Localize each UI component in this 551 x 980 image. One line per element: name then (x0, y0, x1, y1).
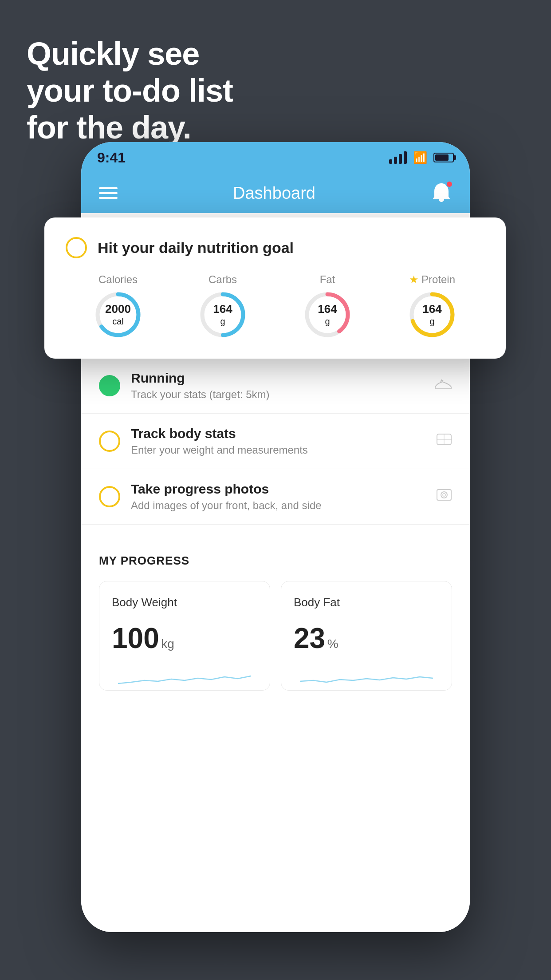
expanded-nutrition-card: Hit your daily nutrition goal Calories 2… (44, 217, 506, 359)
calories-ring: 2000 cal (94, 290, 142, 339)
body-fat-value: 23 (294, 622, 325, 654)
todo-subtitle-body-stats: Enter your weight and measurements (131, 444, 425, 456)
todo-item-body-stats[interactable]: Track body stats Enter your weight and m… (81, 414, 470, 469)
nav-title: Dashboard (233, 184, 315, 203)
fat-item: Fat 164 g (303, 273, 352, 339)
body-weight-chart (112, 664, 257, 690)
todo-subtitle-running: Track your stats (target: 5km) (131, 388, 424, 401)
fat-label: Fat (320, 273, 335, 286)
fat-value: 164 (318, 302, 337, 316)
running-shoe-icon (434, 377, 452, 394)
body-weight-unit: kg (161, 637, 174, 651)
todo-checkbox-body-stats[interactable] (99, 431, 120, 452)
carbs-value: 164 (213, 302, 232, 316)
photo-icon (436, 487, 452, 506)
card-title-row: Hit your daily nutrition goal (66, 237, 484, 258)
nutrition-checkbox[interactable] (66, 237, 87, 258)
carbs-unit: g (213, 316, 232, 327)
status-bar: 9:41 📶 (81, 142, 470, 173)
body-weight-value: 100 (112, 622, 159, 654)
progress-header: MY PROGRESS (99, 554, 452, 568)
todo-title-running: Running (131, 371, 424, 386)
nutrition-card-title: Hit your daily nutrition goal (98, 239, 294, 257)
status-icons: 📶 (389, 151, 454, 165)
todo-checkbox-running[interactable] (99, 375, 120, 396)
carbs-label: Carbs (209, 273, 237, 286)
svg-point-5 (443, 494, 445, 496)
carbs-ring: 164 g (198, 290, 247, 339)
body-fat-card[interactable]: Body Fat 23 % (281, 581, 452, 691)
todo-checkbox-photos[interactable] (99, 486, 120, 507)
calories-value: 2000 (105, 302, 131, 316)
body-weight-card[interactable]: Body Weight 100 kg (99, 581, 270, 691)
todo-item-photos[interactable]: Take progress photos Add images of your … (81, 469, 470, 525)
carbs-item: Carbs 164 g (198, 273, 247, 339)
todo-title-body-stats: Track body stats (131, 426, 425, 441)
nav-bar: Dashboard (81, 173, 470, 213)
calories-label: Calories (98, 273, 138, 286)
todo-title-photos: Take progress photos (131, 482, 425, 497)
signal-icon (389, 151, 407, 164)
calories-item: Calories 2000 cal (94, 273, 142, 339)
status-time: 9:41 (97, 150, 126, 166)
todo-item-running[interactable]: Running Track your stats (target: 5km) (81, 358, 470, 414)
notification-dot (446, 181, 453, 188)
body-fat-title: Body Fat (294, 596, 439, 609)
fat-ring: 164 g (303, 290, 352, 339)
body-fat-unit: % (327, 637, 338, 651)
hero-text: Quickly see your to-do list for the day. (27, 36, 233, 146)
nutrition-row: Calories 2000 cal Carbs (66, 273, 484, 339)
protein-ring: 164 g (408, 290, 457, 339)
todo-subtitle-photos: Add images of your front, back, and side (131, 499, 425, 512)
scale-icon (436, 431, 452, 451)
protein-unit: g (422, 316, 441, 327)
protein-value: 164 (422, 302, 441, 316)
wifi-icon: 📶 (413, 151, 427, 165)
todo-list: Running Track your stats (target: 5km) T… (81, 358, 470, 525)
battery-icon (433, 153, 454, 162)
protein-item: ★ Protein 164 g (408, 273, 457, 339)
star-icon: ★ (409, 273, 419, 286)
progress-cards: Body Weight 100 kg Body Fat 23 (99, 581, 452, 691)
notifications-icon[interactable] (431, 182, 452, 205)
protein-label: ★ Protein (409, 273, 455, 286)
body-weight-title: Body Weight (112, 596, 257, 609)
svg-point-4 (441, 492, 447, 498)
svg-rect-3 (437, 490, 451, 500)
hamburger-menu[interactable] (99, 187, 118, 199)
body-fat-chart (294, 664, 439, 690)
calories-unit: cal (105, 316, 131, 327)
progress-section: MY PROGRESS Body Weight 100 kg (81, 538, 470, 691)
fat-unit: g (318, 316, 337, 327)
